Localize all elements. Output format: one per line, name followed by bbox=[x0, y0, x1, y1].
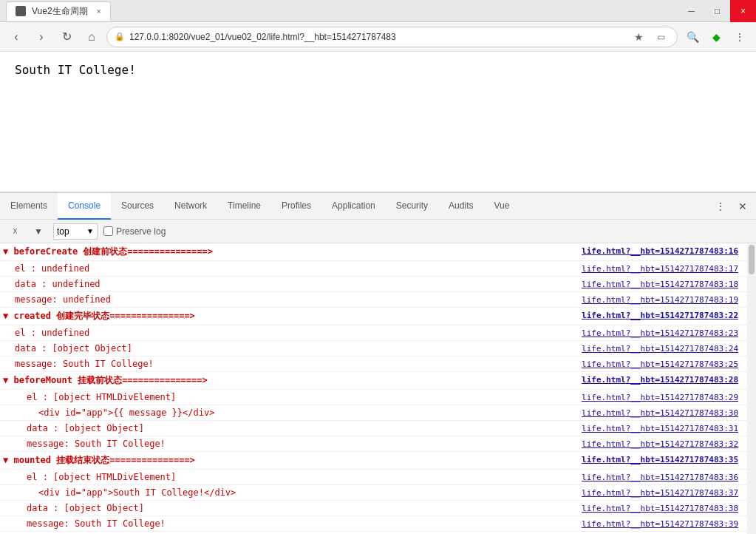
tab-application[interactable]: Application bbox=[321, 193, 386, 220]
tab-favicon bbox=[16, 6, 26, 16]
log-text: el : [object HTMLDivElement] bbox=[24, 391, 582, 403]
log-text: ▼ created 创建完毕状态===============> bbox=[0, 309, 582, 323]
green-icon[interactable]: ◆ bbox=[706, 27, 726, 47]
devtools-close-icon[interactable]: ✕ bbox=[732, 196, 753, 217]
log-link[interactable]: life.html?__hbt=1514271787483:19 bbox=[582, 294, 747, 305]
log-entry: message: South IT College!life.html?__hb… bbox=[0, 356, 747, 372]
log-link[interactable]: life.html?__hbt=1514271787483:36 bbox=[582, 471, 747, 482]
url-text: 127.0.0.1:8020/vue2_01/vue02_02/life.htm… bbox=[129, 32, 625, 42]
minimize-button[interactable]: ─ bbox=[678, 0, 704, 22]
log-link[interactable]: life.html?__hbt=1514271787483:29 bbox=[582, 391, 747, 402]
tab-elements[interactable]: Elements bbox=[0, 193, 58, 220]
log-text: ▼ mounted 挂载结束状态===============> bbox=[0, 453, 582, 467]
browser-tab[interactable]: Vue2生命周期 × bbox=[6, 1, 111, 21]
log-link[interactable]: life.html?__hbt=1514271787483:25 bbox=[582, 358, 747, 369]
log-text: message: South IT College! bbox=[24, 438, 582, 450]
more-button[interactable]: ⋮ bbox=[729, 27, 750, 47]
maximize-button[interactable]: □ bbox=[704, 0, 730, 22]
log-text: data : [object Object] bbox=[24, 502, 582, 514]
window-controls: ─ □ × bbox=[678, 0, 756, 22]
bookmark-icon[interactable]: ★ bbox=[630, 28, 647, 46]
tab-console[interactable]: Console bbox=[58, 193, 111, 220]
log-text: data : [object Object] bbox=[24, 422, 582, 434]
browser-toolbar: ‹ › ↻ ⌂ 🔒 127.0.0.1:8020/vue2_01/vue02_0… bbox=[0, 22, 756, 52]
search-icon[interactable]: 🔍 bbox=[682, 27, 703, 47]
log-entry: el : [object HTMLDivElement]life.html?__… bbox=[0, 470, 747, 485]
page-content: South IT College! bbox=[0, 52, 756, 192]
log-link[interactable]: life.html?__hbt=1514271787483:39 bbox=[582, 518, 747, 529]
tab-security[interactable]: Security bbox=[386, 193, 438, 220]
log-entry: data : undefinedlife.html?__hbt=15142717… bbox=[0, 277, 747, 292]
devtools-right-controls: ⋮ ✕ bbox=[710, 196, 756, 217]
log-entry: message: South IT College!life.html?__hb… bbox=[0, 516, 747, 532]
log-link[interactable]: life.html?__hbt=1514271787483:31 bbox=[582, 422, 747, 433]
log-link[interactable]: life.html?__hbt=1514271787483:24 bbox=[582, 342, 747, 354]
console-filter-select[interactable]: top ▼ bbox=[53, 223, 98, 240]
console-toolbar: ☓ ▼ top ▼ Preserve log bbox=[0, 220, 756, 243]
log-entry: ▼ beforeMount 挂载前状态===============>life.… bbox=[0, 372, 747, 390]
log-link[interactable]: life.html?__hbt=1514271787483:16 bbox=[582, 245, 747, 256]
log-text: ▼ beforeMount 挂载前状态===============> bbox=[0, 374, 582, 388]
scrollbar-track[interactable] bbox=[747, 243, 756, 534]
log-entry: data : [object Object]life.html?__hbt=15… bbox=[0, 501, 747, 516]
log-entry: ▼ mounted 挂载结束状态===============>life.htm… bbox=[0, 452, 747, 470]
preserve-log-checkbox[interactable] bbox=[103, 226, 113, 236]
forward-button[interactable]: › bbox=[31, 27, 52, 47]
log-entry: data : [object Object]life.html?__hbt=15… bbox=[0, 341, 747, 356]
log-link[interactable]: life.html?__hbt=1514271787483:37 bbox=[582, 487, 747, 498]
scrollbar-thumb[interactable] bbox=[749, 245, 755, 274]
console-output: ▼ beforeCreate 创建前状态===============>life… bbox=[0, 243, 756, 534]
log-text: el : [object HTMLDivElement] bbox=[24, 471, 582, 483]
log-link[interactable]: life.html?__hbt=1514271787483:30 bbox=[582, 407, 747, 418]
log-entry: el : undefinedlife.html?__hbt=1514271787… bbox=[0, 261, 747, 277]
back-button[interactable]: ‹ bbox=[6, 27, 27, 47]
cast-icon[interactable]: ▭ bbox=[652, 28, 670, 46]
tab-profiles[interactable]: Profiles bbox=[271, 193, 321, 220]
address-bar[interactable]: 🔒 127.0.0.1:8020/vue2_01/vue02_02/life.h… bbox=[106, 27, 678, 47]
log-link[interactable]: life.html?__hbt=1514271787483:18 bbox=[582, 278, 747, 289]
log-text: message: undefined bbox=[12, 294, 582, 305]
log-text: message: South IT College! bbox=[12, 358, 582, 370]
reload-button[interactable]: ↻ bbox=[56, 27, 77, 47]
log-text: <div id="app">{{ message }}</div> bbox=[35, 407, 582, 419]
log-entries-container: ▼ beforeCreate 创建前状态===============>life… bbox=[0, 243, 756, 532]
log-text: <div id="app">South IT College!</div> bbox=[35, 487, 582, 498]
tab-sources[interactable]: Sources bbox=[111, 193, 164, 220]
log-link[interactable]: life.html?__hbt=1514271787483:38 bbox=[582, 502, 747, 513]
log-link[interactable]: life.html?__hbt=1514271787483:22 bbox=[582, 309, 747, 320]
log-text: ▼ beforeCreate 创建前状态===============> bbox=[0, 245, 582, 259]
log-link[interactable]: life.html?__hbt=1514271787483:32 bbox=[582, 438, 747, 449]
tab-vue[interactable]: Vue bbox=[483, 193, 520, 220]
page-text: South IT College! bbox=[15, 63, 136, 77]
devtools-panel: Elements Console Sources Network Timelin… bbox=[0, 192, 756, 534]
log-text: el : undefined bbox=[12, 327, 582, 339]
home-button[interactable]: ⌂ bbox=[81, 27, 102, 47]
browser-titlebar: Vue2生命周期 × ─ □ × bbox=[0, 0, 756, 22]
tab-audits[interactable]: Audits bbox=[438, 193, 483, 220]
tab-timeline[interactable]: Timeline bbox=[217, 193, 271, 220]
log-entry: ▼ created 创建完毕状态===============>life.htm… bbox=[0, 308, 747, 325]
log-link[interactable]: life.html?__hbt=1514271787483:17 bbox=[582, 263, 747, 274]
devtools-more-icon[interactable]: ⋮ bbox=[710, 196, 731, 217]
log-link[interactable]: life.html?__hbt=1514271787483:28 bbox=[582, 374, 747, 385]
log-entry: message: South IT College!life.html?__hb… bbox=[0, 436, 747, 452]
log-entry: <div id="app">{{ message }}</div>life.ht… bbox=[0, 405, 747, 421]
console-clear-icon[interactable]: ☓ bbox=[6, 223, 24, 240]
log-entry: <div id="app">South IT College!</div>lif… bbox=[0, 485, 747, 501]
devtools-header: Elements Console Sources Network Timelin… bbox=[0, 193, 756, 220]
log-link[interactable]: life.html?__hbt=1514271787483:23 bbox=[582, 327, 747, 338]
filter-dropdown-arrow: ▼ bbox=[86, 227, 94, 235]
toolbar-right: 🔍 ◆ ⋮ bbox=[682, 27, 750, 47]
tab-network[interactable]: Network bbox=[164, 193, 217, 220]
log-link[interactable]: life.html?__hbt=1514271787483:35 bbox=[582, 453, 747, 464]
log-text: message: South IT College! bbox=[24, 518, 582, 530]
console-filter-icon[interactable]: ▼ bbox=[30, 223, 47, 240]
log-entry: data : [object Object]life.html?__hbt=15… bbox=[0, 421, 747, 436]
log-text: data : [object Object] bbox=[12, 342, 582, 354]
tab-close-button[interactable]: × bbox=[97, 7, 101, 16]
log-entry: el : [object HTMLDivElement]life.html?__… bbox=[0, 390, 747, 405]
log-entry: ▼ beforeCreate 创建前状态===============>life… bbox=[0, 243, 747, 261]
close-button[interactable]: × bbox=[730, 0, 756, 22]
log-text: data : undefined bbox=[12, 278, 582, 290]
preserve-log-label[interactable]: Preserve log bbox=[103, 226, 166, 237]
